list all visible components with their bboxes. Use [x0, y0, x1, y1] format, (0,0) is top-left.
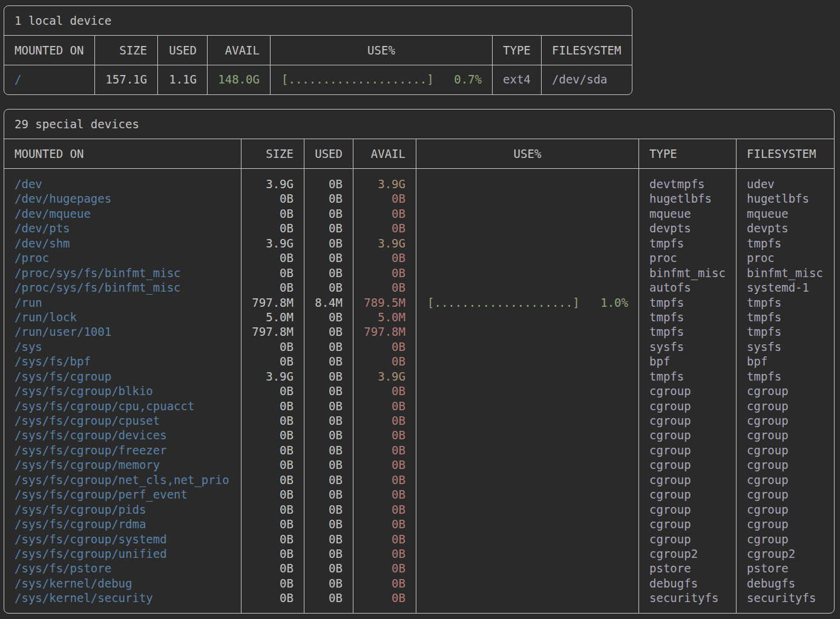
mount-point: /sys/fs/cgroup/blkio	[15, 384, 241, 398]
use-pct-cell	[416, 473, 638, 487]
mount-point: /sys/fs/cgroup/rdma	[15, 517, 241, 531]
used-value: 0B	[304, 384, 343, 398]
avail-value: 0B	[353, 517, 405, 531]
size-value: 3.9G	[241, 369, 294, 384]
use-pct-cell	[416, 502, 638, 517]
local-devices-title: 1 local device	[4, 6, 632, 36]
filesystem-device: bpf	[747, 354, 834, 368]
used-value: 0B	[304, 206, 343, 221]
used-value: 0B	[304, 532, 343, 546]
fs-type: proc	[649, 251, 736, 265]
fs-type: cgroup2	[649, 546, 736, 561]
avail-value: 0B	[353, 428, 405, 442]
mount-point: /proc/sys/fs/binfmt_misc	[15, 266, 241, 280]
mount-point: /	[15, 65, 94, 94]
use-pct-cell	[416, 206, 638, 221]
mount-point: /sys/fs/cgroup/pids	[15, 502, 241, 517]
header-use-pct: USE%	[416, 139, 639, 168]
mount-point: /proc	[15, 251, 241, 265]
mount-point: /proc/sys/fs/binfmt_misc	[15, 280, 241, 295]
fs-type: cgroup	[649, 443, 736, 457]
use-pct-cell	[416, 399, 638, 413]
avail-value: 3.9G	[353, 177, 405, 191]
header-mounted-on: MOUNTED ON	[4, 139, 241, 168]
fs-type: mqueue	[649, 206, 736, 221]
mount-point: /sys/fs/cgroup/unified	[15, 546, 241, 561]
avail-value: 0B	[353, 502, 405, 517]
use-pct-cell	[416, 221, 638, 235]
use-pct-cell	[416, 413, 638, 428]
size-value: 0B	[241, 502, 294, 517]
size-value: 797.8M	[241, 295, 294, 310]
used-value: 0B	[304, 591, 343, 605]
used-value: 1.1G	[158, 65, 197, 94]
filesystem-device: cgroup	[747, 413, 834, 428]
used-value: 0B	[304, 399, 343, 413]
use-pct-cell	[416, 191, 638, 206]
used-value: 0B	[304, 221, 343, 235]
used-value: 0B	[304, 561, 343, 575]
size-value: 0B	[241, 251, 294, 265]
use-pct-cell	[416, 487, 638, 502]
avail-value: 148.0G	[208, 65, 260, 94]
fs-type: cgroup	[649, 428, 736, 442]
size-value: 0B	[241, 428, 294, 442]
filesystem-device: mqueue	[747, 206, 834, 221]
header-used: USED	[158, 36, 208, 65]
avail-value: 0B	[353, 532, 405, 546]
used-value: 0B	[304, 310, 343, 324]
avail-value: 0B	[353, 561, 405, 575]
avail-value: 0B	[353, 384, 405, 398]
fs-type: securityfs	[649, 591, 736, 605]
fs-type: cgroup	[649, 457, 736, 472]
mount-point: /sys/kernel/debug	[15, 576, 241, 591]
size-value: 5.0M	[241, 310, 294, 324]
use-pct-cell	[416, 517, 638, 531]
use-pct-cell	[416, 561, 638, 575]
used-value: 8.4M	[304, 295, 343, 310]
mount-point: /dev/mqueue	[15, 206, 241, 221]
fs-type: bpf	[649, 354, 736, 368]
filesystem-device: hugetlbfs	[747, 191, 834, 206]
size-value: 0B	[241, 339, 294, 354]
fs-type: cgroup	[649, 384, 736, 398]
fs-type: tmpfs	[649, 236, 736, 251]
avail-value: 0B	[353, 251, 405, 265]
use-pct-cell	[416, 546, 638, 561]
header-mounted-on: MOUNTED ON	[4, 36, 95, 65]
avail-value: 0B	[353, 413, 405, 428]
used-value: 0B	[304, 443, 343, 457]
filesystem-device: cgroup	[747, 502, 834, 517]
fs-type: debugfs	[649, 576, 736, 591]
fs-type: devpts	[649, 221, 736, 235]
avail-value: 0B	[353, 191, 405, 206]
use-pct-cell	[416, 457, 638, 472]
size-value: 3.9G	[241, 177, 294, 191]
mount-point: /sys/fs/cgroup/cpu,cpuacct	[15, 399, 241, 413]
mount-point: /run	[15, 295, 241, 310]
fs-type: cgroup	[649, 487, 736, 502]
use-pct-cell	[416, 266, 638, 280]
filesystem-device: cgroup	[747, 517, 834, 531]
fs-type: hugetlbfs	[649, 191, 736, 206]
mount-point: /run/lock	[15, 310, 241, 324]
used-value: 0B	[304, 457, 343, 472]
avail-value: 0B	[353, 280, 405, 295]
avail-value: 5.0M	[353, 310, 405, 324]
filesystem-device: tmpfs	[747, 369, 834, 384]
filesystem-device: cgroup	[747, 457, 834, 472]
used-value: 0B	[304, 251, 343, 265]
fs-type: cgroup	[649, 532, 736, 546]
fs-type: autofs	[649, 280, 736, 295]
filesystem-device: tmpfs	[747, 324, 834, 339]
mount-point: /sys/fs/pstore	[15, 561, 241, 575]
use-pct-cell	[416, 443, 638, 457]
avail-value: 0B	[353, 206, 405, 221]
fs-type: cgroup	[649, 473, 736, 487]
use-pct-cell	[416, 339, 638, 354]
mount-point: /run/user/1001	[15, 324, 241, 339]
filesystem-device: cgroup	[747, 443, 834, 457]
use-pct-cell	[416, 354, 638, 368]
avail-value: 797.8M	[353, 324, 405, 339]
avail-value: 789.5M	[353, 295, 405, 310]
